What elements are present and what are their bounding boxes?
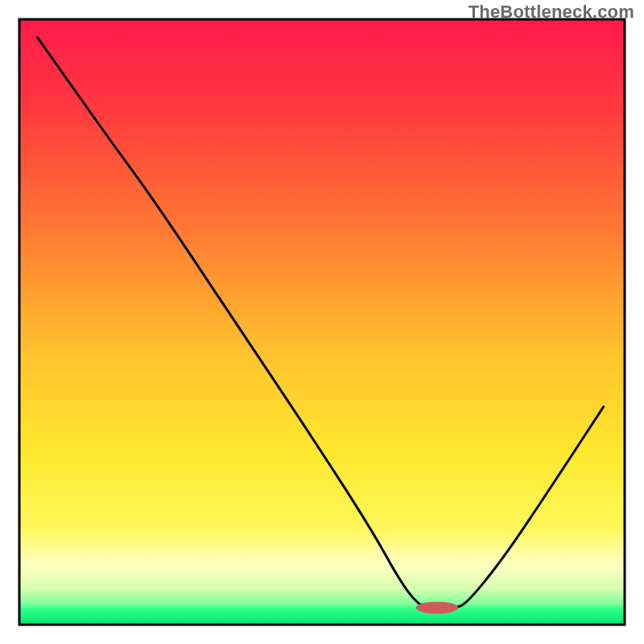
optimum-marker [416, 601, 459, 613]
chart-svg [0, 0, 644, 644]
watermark-text: TheBottleneck.com [469, 2, 634, 23]
plot-background [19, 19, 625, 625]
bottleneck-chart: TheBottleneck.com [0, 0, 644, 644]
